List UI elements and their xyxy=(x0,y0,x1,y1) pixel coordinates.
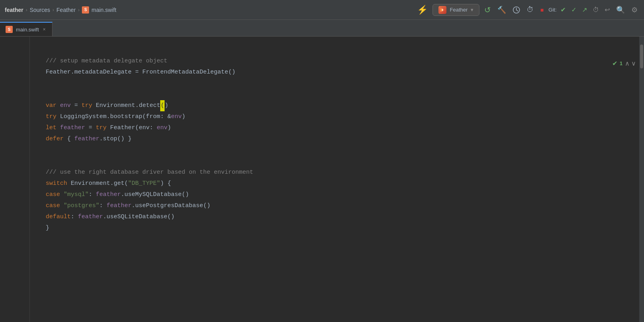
feather-logo-svg xyxy=(440,7,445,13)
issue-check-icon: ✔ xyxy=(612,60,617,67)
rerun-button[interactable]: ↺ xyxy=(483,4,493,16)
code-token: stop xyxy=(103,134,117,145)
code-token: () xyxy=(117,134,124,145)
breadcrumb-sep-2: › xyxy=(52,7,54,13)
code-token: feather xyxy=(60,122,85,134)
code-token: env xyxy=(157,122,167,134)
tab-main-swift[interactable]: S main.swift × xyxy=(0,22,52,36)
code-token: = xyxy=(132,67,142,78)
code-token: get xyxy=(114,178,124,189)
code-line xyxy=(46,156,644,167)
code-token xyxy=(56,111,60,122)
code-line: defer { feather.stop() } xyxy=(46,134,644,145)
code-token: useSQLiteDatabase xyxy=(107,211,167,223)
code-token: Feather xyxy=(110,122,135,134)
code-token xyxy=(92,100,96,111)
code-token: env xyxy=(60,100,71,111)
code-line: } xyxy=(46,223,644,234)
code-token: env xyxy=(171,111,182,122)
search-button[interactable]: 🔍 xyxy=(615,4,627,16)
issue-prev-button[interactable]: ∧ xyxy=(625,60,630,67)
code-token: : & xyxy=(160,111,171,122)
swift-file-icon: S xyxy=(82,6,89,14)
code-token: ( xyxy=(124,178,128,189)
issue-count: 1 xyxy=(620,60,623,66)
breadcrumb: feather › Sources › Feather › S main.swi… xyxy=(5,6,116,14)
code-token xyxy=(107,122,110,134)
code-token: LoggingSystem xyxy=(60,111,107,122)
code-token: from xyxy=(146,111,160,122)
code-token: } xyxy=(46,223,49,234)
git-history-button[interactable]: ⏱ xyxy=(591,5,601,15)
code-token: useMySQLDatabase xyxy=(124,189,182,200)
tab-file-icon: S xyxy=(6,26,13,33)
code-token: = xyxy=(85,122,96,134)
run-target-icon xyxy=(438,6,446,14)
breadcrumb-project[interactable]: feather xyxy=(5,7,23,13)
code-token: /// use the right database driver based … xyxy=(46,167,253,178)
editor-container: ✔ 1 ∧ ∨ /// setup metadata delegate obje… xyxy=(0,37,644,322)
git-check-button[interactable]: ✓ xyxy=(570,4,578,15)
scrollbar[interactable] xyxy=(639,37,644,322)
breadcrumb-sources: Sources xyxy=(30,7,50,13)
coverage-button[interactable] xyxy=(511,4,522,16)
code-token: () xyxy=(167,211,175,223)
tab-label: main.swift xyxy=(16,27,39,33)
git-push-button[interactable]: ↗ xyxy=(580,4,589,15)
code-token: var xyxy=(46,100,56,111)
code-editor[interactable]: /// setup metadata delegate object Feath… xyxy=(30,37,644,322)
code-token: { xyxy=(64,134,74,145)
code-token: { xyxy=(164,178,171,189)
code-token xyxy=(56,100,60,111)
git-commit-button[interactable]: ✔ xyxy=(559,4,567,15)
code-line: case "mysql": feather.useMySQLDatabase() xyxy=(46,189,644,200)
code-token: "postgres" xyxy=(64,200,99,211)
code-token: () xyxy=(228,67,235,78)
code-token: ) xyxy=(160,178,164,189)
code-line: /// use the right database driver based … xyxy=(46,167,644,178)
code-token: } xyxy=(124,134,132,145)
run-target-button[interactable]: Feather ▾ xyxy=(433,4,479,16)
left-gutter xyxy=(0,37,30,322)
code-token: . xyxy=(110,178,114,189)
settings-button[interactable]: ⚙ xyxy=(630,4,639,16)
run-target-label: Feather xyxy=(450,7,467,13)
code-token: switch xyxy=(46,178,67,189)
issue-next-button[interactable]: ∨ xyxy=(631,60,636,67)
code-token: defer xyxy=(46,134,64,145)
code-token: . xyxy=(132,200,135,211)
code-token: /// setup metadata delegate object xyxy=(46,56,167,67)
code-token: ) xyxy=(182,111,185,122)
code-line: default: feather.useSQLiteDatabase() xyxy=(46,211,644,223)
run-icon[interactable]: ⚡ xyxy=(415,3,429,17)
code-token: feather xyxy=(74,134,99,145)
issue-nav: ∧ ∨ xyxy=(625,60,636,67)
toolbar: feather › Sources › Feather › S main.swi… xyxy=(0,0,644,20)
code-token: usePostgresDatabase xyxy=(135,200,203,211)
code-token: default xyxy=(46,211,71,223)
cursor-bracket: ( xyxy=(160,100,165,111)
tabs-bar: S main.swift × xyxy=(0,20,644,37)
code-token: () xyxy=(182,189,189,200)
code-line: /// setup metadata delegate object xyxy=(46,56,644,67)
tab-close-button[interactable]: × xyxy=(42,27,47,32)
code-line xyxy=(46,145,644,156)
code-line xyxy=(46,89,644,100)
code-line: case "postgres": feather.usePostgresData… xyxy=(46,200,644,211)
git-undo-button[interactable]: ↩ xyxy=(603,4,611,15)
git-section: Git: ✔ ✓ ↗ ⏱ ↩ xyxy=(549,4,611,15)
code-token: env xyxy=(139,122,149,134)
code-line: Feather.metadataDelegate = FrontendMetad… xyxy=(46,67,644,78)
code-token: . xyxy=(121,189,124,200)
build-button[interactable]: 🔨 xyxy=(496,4,508,16)
scrollbar-thumb[interactable] xyxy=(640,45,643,68)
breadcrumb-sep-1: › xyxy=(26,7,27,13)
code-line xyxy=(46,78,644,89)
breadcrumb-filename: main.swift xyxy=(91,7,116,13)
code-token: "mysql" xyxy=(64,189,89,200)
clock-button[interactable]: ⏱ xyxy=(525,4,535,16)
code-token: ( xyxy=(135,122,139,134)
stop-button[interactable]: ■ xyxy=(539,5,545,15)
code-token: : xyxy=(149,122,157,134)
code-token xyxy=(56,122,60,134)
